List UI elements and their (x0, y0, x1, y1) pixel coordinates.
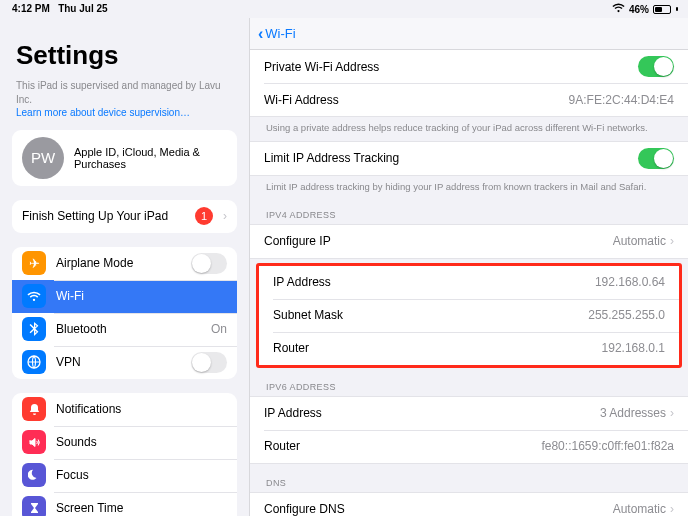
sidebar-item-focus[interactable]: Focus (12, 459, 237, 492)
chevron-right-icon: › (670, 234, 674, 248)
finish-badge: 1 (195, 207, 213, 225)
vpn-toggle[interactable] (191, 352, 227, 373)
back-button[interactable]: ‹ Wi-Fi (258, 25, 296, 43)
router-row: Router 192.168.0.1 (259, 332, 679, 365)
supervision-link[interactable]: Learn more about device supervision… (16, 107, 190, 118)
hourglass-icon (22, 496, 46, 516)
private-wifi-note: Using a private address helps reduce tra… (250, 117, 688, 137)
detail-pane: ‹ Wi-Fi Private Wi-Fi Address Wi-Fi Addr… (249, 18, 688, 516)
nav-bar: ‹ Wi-Fi (250, 18, 688, 50)
sidebar-item-screentime[interactable]: Screen Time (12, 492, 237, 517)
dns-header: DNS (250, 474, 688, 492)
sidebar-item-wifi[interactable]: Wi-Fi (12, 280, 237, 313)
ipv6-header: IPV6 ADDRESS (250, 378, 688, 396)
supervision-note: This iPad is supervised and managed by L… (16, 79, 233, 120)
wifi-address-row: Wi-Fi Address 9A:FE:2C:44:D4:E4 (250, 83, 688, 116)
avatar: PW (22, 137, 64, 179)
moon-icon (22, 463, 46, 487)
chevron-right-icon: › (223, 209, 227, 223)
wifi-icon (612, 3, 625, 15)
ipv6-address-row[interactable]: IP Address 3 Addresses› (250, 397, 688, 430)
limit-ip-note: Limit IP address tracking by hiding your… (250, 176, 688, 196)
wifi-icon (22, 284, 46, 308)
status-time: 4:12 PM (12, 3, 50, 14)
ipv4-highlight: IP Address 192.168.0.64 Subnet Mask 255.… (256, 263, 682, 368)
limit-ip-toggle[interactable] (638, 148, 674, 169)
battery-percent: 46% (629, 4, 649, 15)
ip-address-row: IP Address 192.168.0.64 (259, 266, 679, 299)
ipv6-router-row: Router fe80::1659:c0ff:fe01:f82a (250, 430, 688, 463)
bluetooth-icon (22, 317, 46, 341)
configure-ip-row[interactable]: Configure IP Automatic› (250, 225, 688, 258)
sidebar-item-vpn[interactable]: VPN (12, 346, 237, 379)
vpn-icon (22, 350, 46, 374)
status-date: Thu Jul 25 (58, 3, 107, 14)
chevron-left-icon: ‹ (258, 25, 263, 43)
page-title: Settings (16, 40, 237, 71)
chevron-right-icon: › (670, 502, 674, 516)
apple-id-label: Apple ID, iCloud, Media & Purchases (74, 146, 227, 170)
finish-setup-row[interactable]: Finish Setting Up Your iPad 1 › (12, 200, 237, 233)
sidebar-item-notifications[interactable]: Notifications (12, 393, 237, 426)
sidebar: Settings This iPad is supervised and man… (0, 18, 249, 516)
chevron-right-icon: › (670, 406, 674, 420)
battery-icon (653, 5, 671, 14)
airplane-toggle[interactable] (191, 253, 227, 274)
status-bar: 4:12 PM Thu Jul 25 46% (0, 0, 688, 18)
speaker-icon (22, 430, 46, 454)
limit-ip-row[interactable]: Limit IP Address Tracking (250, 142, 688, 175)
sidebar-item-airplane[interactable]: ✈ Airplane Mode (12, 247, 237, 280)
subnet-mask-row: Subnet Mask 255.255.255.0 (259, 299, 679, 332)
bell-icon (22, 397, 46, 421)
ipv4-header: IPV4 ADDRESS (250, 206, 688, 224)
apple-id-row[interactable]: PW Apple ID, iCloud, Media & Purchases (12, 130, 237, 186)
configure-dns-row[interactable]: Configure DNS Automatic› (250, 493, 688, 516)
private-wifi-toggle[interactable] (638, 56, 674, 77)
sidebar-item-bluetooth[interactable]: Bluetooth On (12, 313, 237, 346)
airplane-icon: ✈ (22, 251, 46, 275)
sidebar-item-sounds[interactable]: Sounds (12, 426, 237, 459)
private-wifi-row[interactable]: Private Wi-Fi Address (250, 50, 688, 83)
